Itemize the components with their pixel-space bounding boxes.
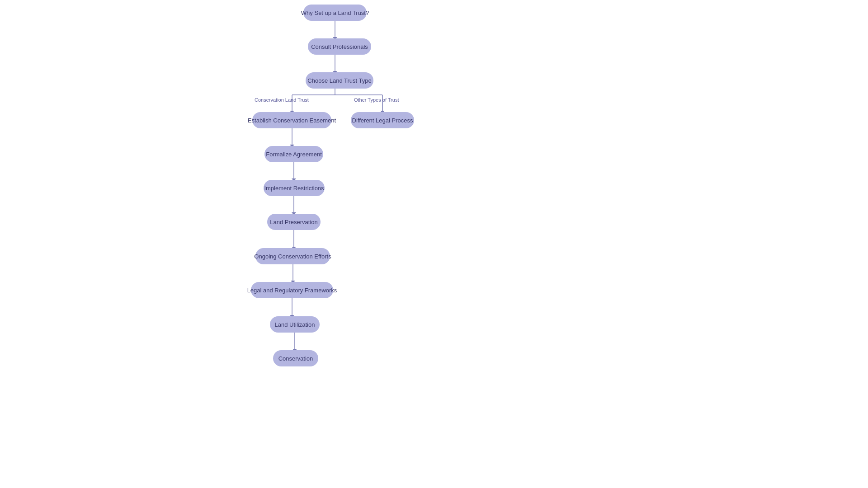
node-implement-restrictions[interactable]: Implement Restrictions xyxy=(264,180,325,196)
node-establish-conservation[interactable]: Establish Conservation Easement xyxy=(252,112,331,128)
node-land-utilization[interactable]: Land Utilization xyxy=(270,316,320,333)
node-choose-land-trust[interactable]: Choose Land Trust Type xyxy=(306,72,373,89)
node-consult-professionals[interactable]: Consult Professionals xyxy=(308,38,371,55)
flowchart-container: Conservation Land Trust Other Types of T… xyxy=(0,0,868,488)
node-formalize-agreement[interactable]: Formalize Agreement xyxy=(264,146,323,162)
node-legal-regulatory[interactable]: Legal and Regulatory Frameworks xyxy=(251,282,333,298)
connectors-svg xyxy=(0,0,868,488)
node-conservation[interactable]: Conservation xyxy=(273,350,318,366)
branch-label-conservation-land-trust: Conservation Land Trust xyxy=(255,97,309,103)
node-different-legal[interactable]: Different Legal Process xyxy=(351,112,414,128)
branch-label-other-types: Other Types of Trust xyxy=(354,97,399,103)
node-why-set-up[interactable]: Why Set up a Land Trust? xyxy=(303,5,367,21)
node-land-preservation[interactable]: Land Preservation xyxy=(267,214,321,230)
node-ongoing-conservation[interactable]: Ongoing Conservation Efforts xyxy=(255,248,330,264)
